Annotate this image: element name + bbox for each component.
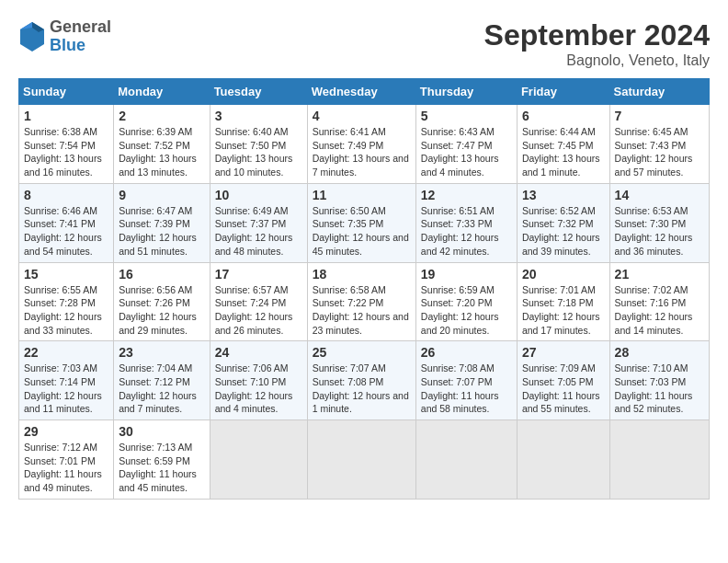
calendar-cell: 21Sunrise: 7:02 AMSunset: 7:16 PMDayligh… xyxy=(609,262,709,341)
day-number: 4 xyxy=(313,109,411,123)
day-number: 16 xyxy=(119,267,204,282)
day-number: 18 xyxy=(313,267,411,282)
day-details: Sunrise: 6:43 AMSunset: 7:47 PMDaylight:… xyxy=(421,125,512,179)
day-number: 1 xyxy=(24,109,108,123)
page-header: General Blue September 2024 Bagnolo, Ven… xyxy=(18,18,710,69)
logo: General Blue xyxy=(18,18,111,55)
day-number: 28 xyxy=(615,345,704,360)
calendar-week-row: 8Sunrise: 6:46 AMSunset: 7:41 PMDaylight… xyxy=(19,183,710,262)
calendar-cell: 10Sunrise: 6:49 AMSunset: 7:37 PMDayligh… xyxy=(210,183,307,262)
month-title: September 2024 xyxy=(484,18,710,52)
day-details: Sunrise: 6:58 AMSunset: 7:22 PMDaylight:… xyxy=(313,283,411,338)
day-details: Sunrise: 6:51 AMSunset: 7:33 PMDaylight:… xyxy=(421,204,512,259)
day-number: 7 xyxy=(615,109,704,123)
calendar-cell: 14Sunrise: 6:53 AMSunset: 7:30 PMDayligh… xyxy=(609,183,709,262)
header-monday: Monday xyxy=(114,79,210,105)
logo-general: General xyxy=(50,18,111,37)
day-details: Sunrise: 6:46 AMSunset: 7:41 PMDaylight:… xyxy=(24,204,108,259)
day-details: Sunrise: 6:38 AMSunset: 7:54 PMDaylight:… xyxy=(24,125,108,179)
calendar-cell: 4Sunrise: 6:41 AMSunset: 7:49 PMDaylight… xyxy=(307,105,415,184)
calendar-cell: 29Sunrise: 7:12 AMSunset: 7:01 PMDayligh… xyxy=(19,420,114,500)
calendar-cell: 1Sunrise: 6:38 AMSunset: 7:54 PMDaylight… xyxy=(19,105,114,184)
day-number: 12 xyxy=(421,188,512,202)
calendar-week-row: 29Sunrise: 7:12 AMSunset: 7:01 PMDayligh… xyxy=(19,420,710,500)
day-details: Sunrise: 7:01 AMSunset: 7:18 PMDaylight:… xyxy=(522,283,605,338)
header-tuesday: Tuesday xyxy=(210,79,307,105)
day-details: Sunrise: 7:10 AMSunset: 7:03 PMDaylight:… xyxy=(615,362,704,416)
header-sunday: Sunday xyxy=(19,79,114,105)
calendar-cell: 26Sunrise: 7:08 AMSunset: 7:07 PMDayligh… xyxy=(415,341,517,420)
day-details: Sunrise: 6:59 AMSunset: 7:20 PMDaylight:… xyxy=(421,283,512,338)
calendar-cell: 24Sunrise: 7:06 AMSunset: 7:10 PMDayligh… xyxy=(210,341,307,420)
calendar-week-row: 22Sunrise: 7:03 AMSunset: 7:14 PMDayligh… xyxy=(19,341,710,420)
calendar-cell: 11Sunrise: 6:50 AMSunset: 7:35 PMDayligh… xyxy=(307,183,415,262)
day-number: 29 xyxy=(24,424,108,439)
calendar-cell: 8Sunrise: 6:46 AMSunset: 7:41 PMDaylight… xyxy=(19,183,114,262)
logo-blue: Blue xyxy=(50,37,111,55)
day-number: 27 xyxy=(522,345,605,360)
day-details: Sunrise: 7:04 AMSunset: 7:12 PMDaylight:… xyxy=(119,362,204,416)
location: Bagnolo, Veneto, Italy xyxy=(484,52,710,69)
logo-text: General Blue xyxy=(50,18,111,55)
day-number: 14 xyxy=(615,188,704,202)
header-friday: Friday xyxy=(517,79,609,105)
day-number: 13 xyxy=(522,188,605,202)
logo-icon xyxy=(18,20,46,53)
day-number: 8 xyxy=(24,188,108,202)
day-number: 25 xyxy=(313,345,411,360)
day-number: 21 xyxy=(615,267,704,282)
calendar-cell: 9Sunrise: 6:47 AMSunset: 7:39 PMDaylight… xyxy=(114,183,210,262)
day-details: Sunrise: 7:03 AMSunset: 7:14 PMDaylight:… xyxy=(24,362,108,416)
calendar-cell xyxy=(517,420,609,500)
day-number: 5 xyxy=(421,109,512,123)
day-number: 30 xyxy=(119,424,204,439)
calendar-cell: 2Sunrise: 6:39 AMSunset: 7:52 PMDaylight… xyxy=(114,105,210,184)
calendar-cell: 6Sunrise: 6:44 AMSunset: 7:45 PMDaylight… xyxy=(517,105,609,184)
calendar-cell: 3Sunrise: 6:40 AMSunset: 7:50 PMDaylight… xyxy=(210,105,307,184)
calendar-cell: 22Sunrise: 7:03 AMSunset: 7:14 PMDayligh… xyxy=(19,341,114,420)
calendar-cell: 25Sunrise: 7:07 AMSunset: 7:08 PMDayligh… xyxy=(307,341,415,420)
day-details: Sunrise: 6:44 AMSunset: 7:45 PMDaylight:… xyxy=(522,125,605,179)
day-number: 15 xyxy=(24,267,108,282)
day-details: Sunrise: 7:12 AMSunset: 7:01 PMDaylight:… xyxy=(24,441,108,495)
day-details: Sunrise: 7:02 AMSunset: 7:16 PMDaylight:… xyxy=(615,283,704,338)
calendar-cell: 15Sunrise: 6:55 AMSunset: 7:28 PMDayligh… xyxy=(19,262,114,341)
calendar-cell: 7Sunrise: 6:45 AMSunset: 7:43 PMDaylight… xyxy=(609,105,709,184)
day-number: 6 xyxy=(522,109,605,123)
calendar-cell: 23Sunrise: 7:04 AMSunset: 7:12 PMDayligh… xyxy=(114,341,210,420)
calendar-cell: 30Sunrise: 7:13 AMSunset: 6:59 PMDayligh… xyxy=(114,420,210,500)
day-details: Sunrise: 7:08 AMSunset: 7:07 PMDaylight:… xyxy=(421,362,512,416)
calendar-cell: 17Sunrise: 6:57 AMSunset: 7:24 PMDayligh… xyxy=(210,262,307,341)
calendar-cell: 27Sunrise: 7:09 AMSunset: 7:05 PMDayligh… xyxy=(517,341,609,420)
calendar-cell: 19Sunrise: 6:59 AMSunset: 7:20 PMDayligh… xyxy=(415,262,517,341)
calendar-cell xyxy=(609,420,709,500)
calendar-cell xyxy=(415,420,517,500)
day-number: 20 xyxy=(522,267,605,282)
day-details: Sunrise: 6:55 AMSunset: 7:28 PMDaylight:… xyxy=(24,283,108,338)
header-thursday: Thursday xyxy=(415,79,517,105)
header-wednesday: Wednesday xyxy=(307,79,415,105)
day-number: 19 xyxy=(421,267,512,282)
day-details: Sunrise: 7:07 AMSunset: 7:08 PMDaylight:… xyxy=(313,362,411,416)
day-details: Sunrise: 6:45 AMSunset: 7:43 PMDaylight:… xyxy=(615,125,704,179)
day-details: Sunrise: 7:09 AMSunset: 7:05 PMDaylight:… xyxy=(522,362,605,416)
day-number: 3 xyxy=(215,109,302,123)
day-number: 23 xyxy=(119,345,204,360)
day-details: Sunrise: 6:50 AMSunset: 7:35 PMDaylight:… xyxy=(313,204,411,259)
calendar-cell: 20Sunrise: 7:01 AMSunset: 7:18 PMDayligh… xyxy=(517,262,609,341)
calendar-cell: 12Sunrise: 6:51 AMSunset: 7:33 PMDayligh… xyxy=(415,183,517,262)
day-details: Sunrise: 7:13 AMSunset: 6:59 PMDaylight:… xyxy=(119,441,204,495)
calendar-week-row: 1Sunrise: 6:38 AMSunset: 7:54 PMDaylight… xyxy=(19,105,710,184)
day-details: Sunrise: 6:49 AMSunset: 7:37 PMDaylight:… xyxy=(215,204,302,259)
day-details: Sunrise: 7:06 AMSunset: 7:10 PMDaylight:… xyxy=(215,362,302,416)
calendar-cell: 18Sunrise: 6:58 AMSunset: 7:22 PMDayligh… xyxy=(307,262,415,341)
day-number: 11 xyxy=(313,188,411,202)
day-details: Sunrise: 6:39 AMSunset: 7:52 PMDaylight:… xyxy=(119,125,204,179)
day-details: Sunrise: 6:57 AMSunset: 7:24 PMDaylight:… xyxy=(215,283,302,338)
day-details: Sunrise: 6:52 AMSunset: 7:32 PMDaylight:… xyxy=(522,204,605,259)
day-details: Sunrise: 6:41 AMSunset: 7:49 PMDaylight:… xyxy=(313,125,411,179)
weekday-header-row: Sunday Monday Tuesday Wednesday Thursday… xyxy=(19,79,710,105)
title-area: September 2024 Bagnolo, Veneto, Italy xyxy=(484,18,710,69)
day-number: 2 xyxy=(119,109,204,123)
calendar-table: Sunday Monday Tuesday Wednesday Thursday… xyxy=(18,78,710,500)
